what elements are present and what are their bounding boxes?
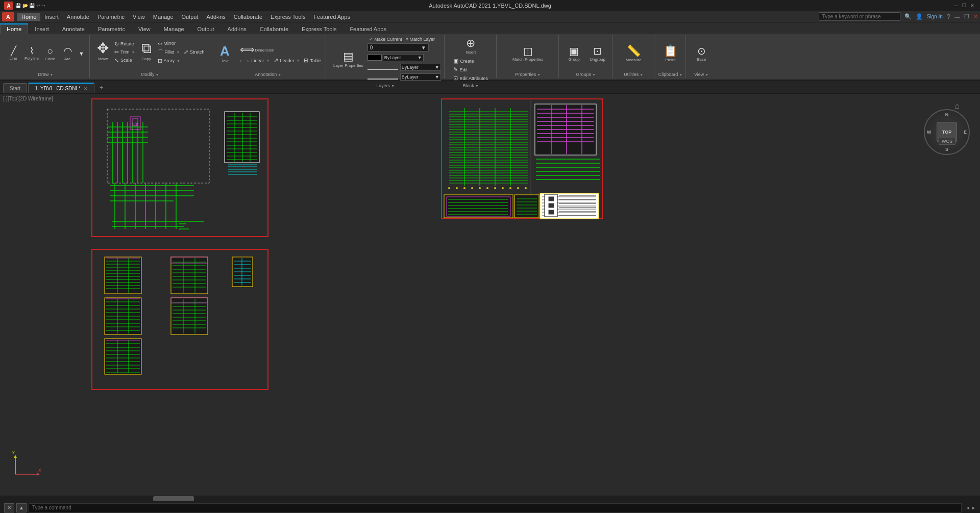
tab-featured[interactable]: Featured Apps xyxy=(343,24,393,34)
doc-tab-start[interactable]: Start xyxy=(3,83,27,93)
menu-output[interactable]: Output xyxy=(178,13,203,21)
color-swatch[interactable] xyxy=(368,55,382,61)
window-min-icon[interactable]: — xyxy=(954,14,960,20)
copy-label: Copy xyxy=(141,57,151,61)
tab-parametric[interactable]: Parametric xyxy=(91,24,132,34)
menu-addins[interactable]: Add-ins xyxy=(203,13,230,21)
tool-array[interactable]: ⊞Array▼ xyxy=(156,57,182,65)
search-input[interactable] xyxy=(819,12,900,21)
trim-arrow: ▼ xyxy=(132,50,135,54)
tool-fillet[interactable]: ⌒Fillet▼ xyxy=(156,48,182,57)
tab-manage[interactable]: Manage xyxy=(157,24,191,34)
create-block-icon: ▣ xyxy=(453,58,458,64)
tool-match-layer[interactable]: ≡ Match Layer xyxy=(404,36,436,42)
tool-line[interactable]: ╱ Line xyxy=(5,45,21,62)
scrollbar-thumb[interactable] xyxy=(153,496,194,501)
linetype-dropdown[interactable]: ByLayer▼ xyxy=(400,64,441,71)
main-canvas[interactable] xyxy=(0,94,980,481)
command-up-button[interactable]: ▲ xyxy=(16,503,27,512)
tool-match-properties[interactable]: ◫ Match Properties xyxy=(509,44,546,63)
tool-make-current[interactable]: ✓ Make Current xyxy=(368,36,404,42)
menu-bar: A Home Insert Annotate Parametric View M… xyxy=(0,11,980,22)
tool-dimension[interactable]: ⟺ Dimension xyxy=(237,43,322,56)
svg-rect-132 xyxy=(549,203,554,208)
tool-paste[interactable]: 📋 Paste xyxy=(659,44,681,64)
tool-ungroup[interactable]: ⊡ Ungroup xyxy=(586,44,609,63)
command-close-button[interactable]: ✕ xyxy=(4,503,14,512)
tool-circle[interactable]: ○ Circle xyxy=(42,45,58,62)
tool-trim[interactable]: ✂Trim▼ xyxy=(113,48,137,56)
tool-group[interactable]: ▣ Group xyxy=(563,44,585,63)
tab-insert[interactable]: Insert xyxy=(28,24,56,34)
tool-insert[interactable]: ⊕ Insert xyxy=(459,36,482,56)
tool-copy[interactable]: ⧉ Copy xyxy=(137,40,156,65)
tool-linear[interactable]: ←→Linear▼ xyxy=(237,57,271,64)
menu-collaborate[interactable]: Collaborate xyxy=(230,13,266,21)
menu-view[interactable]: View xyxy=(129,13,149,21)
menu-home[interactable]: Home xyxy=(17,13,40,21)
tool-rotate[interactable]: ↻Rotate xyxy=(113,40,137,48)
tab-output[interactable]: Output xyxy=(191,24,221,34)
tool-measure[interactable]: 📏 Measure xyxy=(622,44,645,64)
doc-tab-add-button[interactable]: + xyxy=(95,82,107,93)
sign-in-button[interactable]: Sign In xyxy=(927,14,943,19)
ucs-icon: X Y xyxy=(10,449,41,480)
tool-move[interactable]: ✥ Move xyxy=(94,40,112,65)
tool-edit-attributes[interactable]: ⊡Edit Attributes xyxy=(452,74,489,82)
command-input[interactable] xyxy=(32,505,958,510)
draw-more-btn[interactable]: ▼ xyxy=(77,50,86,58)
view-group-label[interactable]: View ▼ xyxy=(694,71,708,77)
tool-text[interactable]: A Text xyxy=(213,43,236,65)
menu-parametric[interactable]: Parametric xyxy=(93,13,129,21)
window-close-icon[interactable]: ✕ xyxy=(973,13,978,20)
view-tools: ⊙ Base xyxy=(690,36,713,71)
doc-tab-close-button[interactable]: ✕ xyxy=(84,86,88,91)
menu-featured-apps[interactable]: Featured Apps xyxy=(309,13,354,21)
tool-scale[interactable]: ⤡Scale xyxy=(113,57,137,64)
tab-express[interactable]: Express Tools xyxy=(295,24,343,34)
modify-group-label[interactable]: Modify ▼ xyxy=(141,71,159,77)
tool-polyline[interactable]: ⌇ Polyline xyxy=(22,45,41,62)
tab-home[interactable]: Home xyxy=(0,23,28,34)
tab-collaborate[interactable]: Collaborate xyxy=(253,24,295,34)
tool-table[interactable]: ⊟Table xyxy=(302,57,323,64)
tool-layer-properties[interactable]: ▤ Layer Properties xyxy=(330,49,366,69)
tool-mirror[interactable]: ⇔Mirror xyxy=(156,40,182,47)
horizontal-scrollbar[interactable] xyxy=(0,496,980,501)
tab-view[interactable]: View xyxy=(132,24,157,34)
help-icon[interactable]: ? xyxy=(947,13,950,20)
minimize-button[interactable]: — xyxy=(952,2,960,9)
paste-label: Paste xyxy=(665,58,675,62)
doc-tab-main[interactable]: 1. YBVL_CD.SDNL* ✕ xyxy=(28,83,94,93)
layer-name-dropdown[interactable]: 0 ▼ xyxy=(368,43,429,52)
menu-manage[interactable]: Manage xyxy=(149,13,178,21)
groups-group-label[interactable]: Groups ▼ xyxy=(576,71,595,77)
tool-create-block[interactable]: ▣Create xyxy=(452,57,489,65)
menu-insert[interactable]: Insert xyxy=(40,13,63,21)
window-restore-icon[interactable]: ❐ xyxy=(964,13,969,20)
clipboard-group-label[interactable]: Clipboard ▼ xyxy=(658,71,682,77)
tool-base[interactable]: ⊙ Base xyxy=(690,44,713,63)
menu-express-tools[interactable]: Express Tools xyxy=(266,13,309,21)
command-input-area[interactable] xyxy=(29,503,962,512)
tool-stretch[interactable]: ⤢Stretch xyxy=(182,48,206,56)
close-button[interactable]: ✕ xyxy=(969,2,976,9)
block-group-label[interactable]: Block ▼ xyxy=(463,82,479,88)
lineweight-dropdown[interactable]: ByLayer▼ xyxy=(400,73,441,81)
menu-annotate[interactable]: Annotate xyxy=(63,13,93,21)
utilities-group-label[interactable]: Utilities ▼ xyxy=(624,71,643,77)
layers-group-label[interactable]: Layers ▼ xyxy=(376,82,395,88)
properties-group-label[interactable]: Properties ▼ xyxy=(515,71,541,77)
restore-button[interactable]: ❐ xyxy=(961,2,968,9)
leader-label: Leader xyxy=(280,58,294,63)
annotation-group-label[interactable]: Annotation ▼ xyxy=(255,71,281,77)
tool-leader[interactable]: ↗Leader▼ xyxy=(272,57,301,64)
tab-addins[interactable]: Add-ins xyxy=(221,24,253,34)
draw-group-label[interactable]: Draw ▼ xyxy=(38,71,53,77)
green-wiring-group xyxy=(107,122,204,229)
tool-edit-block[interactable]: ✎Edit xyxy=(452,66,489,73)
tab-annotate[interactable]: Annotate xyxy=(56,24,91,34)
color-dropdown[interactable]: ByLayer▼ xyxy=(383,54,424,61)
canvas-area[interactable]: [-][Top][2D Wireframe] ⌂ N S E W TOP WCS xyxy=(0,94,980,501)
tool-arc[interactable]: ◠ Arc xyxy=(59,45,76,62)
